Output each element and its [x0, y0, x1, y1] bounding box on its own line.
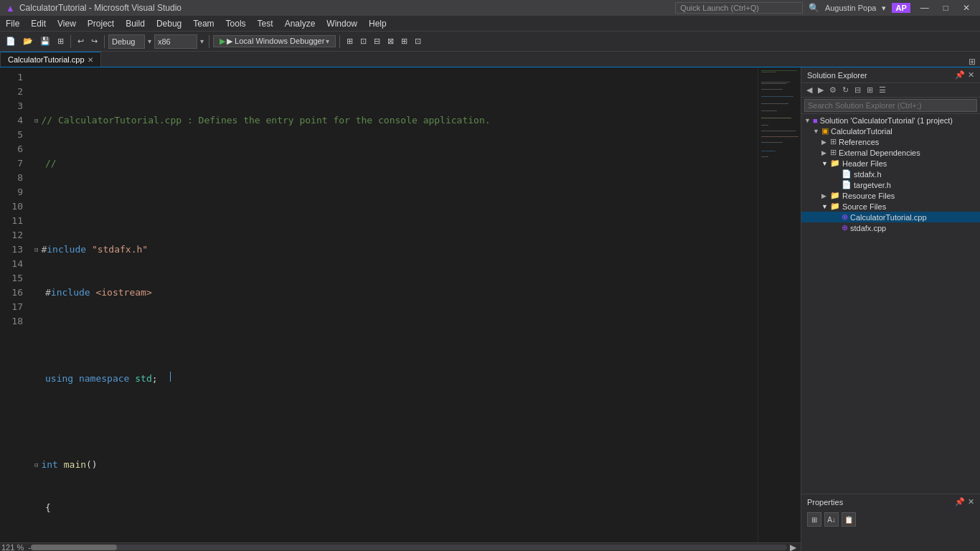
- code-editor[interactable]: ⊟// CalculatorTutorial.cpp : Defines the…: [29, 67, 758, 542]
- menu-team[interactable]: Team: [187, 17, 220, 30]
- tb-extra1[interactable]: ⊞: [344, 35, 356, 47]
- tb-new[interactable]: 📄: [3, 35, 19, 47]
- maximize-btn[interactable]: □: [939, 3, 953, 13]
- scroll-thumb[interactable]: [31, 545, 117, 550]
- svg-rect-9: [761, 118, 791, 118]
- fold-1[interactable]: ⊟: [34, 113, 38, 128]
- tree-stdafx-h[interactable]: 📄 stdafx.h: [801, 169, 980, 179]
- tb-extra3[interactable]: ⊟: [371, 35, 383, 47]
- tab-close[interactable]: ✕: [88, 56, 93, 64]
- project-label: CalculatorTutorial: [831, 127, 892, 136]
- tb-open[interactable]: 📂: [20, 35, 36, 47]
- tab-label: CalculatorTutorial.cpp: [8, 55, 85, 64]
- fold-9[interactable]: ⊟: [34, 458, 38, 472]
- tree-solution[interactable]: ▼ ■ Solution 'CalculatorTutorial' (1 pro…: [801, 116, 980, 126]
- prop-categorized[interactable]: ⊞: [807, 512, 821, 527]
- tree-calculatortutorial-cpp[interactable]: ⊕ CalculatorTutorial.cpp: [801, 212, 980, 222]
- se-tb-props[interactable]: ⚙: [827, 85, 839, 95]
- menu-window[interactable]: Window: [321, 17, 363, 30]
- code-line-4: #include "stdafx.h": [41, 242, 148, 257]
- prop-close[interactable]: ✕: [968, 497, 974, 507]
- tree-targetver-h[interactable]: 📄 targetver.h: [801, 179, 980, 190]
- svg-rect-2: [761, 72, 776, 72]
- svg-rect-8: [761, 110, 777, 111]
- tb-save[interactable]: 💾: [37, 35, 53, 47]
- svg-rect-5: [761, 89, 783, 90]
- tb-sep2: [104, 35, 105, 48]
- code-line-10: {: [45, 501, 51, 515]
- se-pin[interactable]: 📌: [955, 70, 965, 80]
- se-tb-collapse[interactable]: ⊟: [852, 85, 863, 95]
- tb-extra4[interactable]: ⊠: [385, 35, 397, 47]
- tb-redo[interactable]: ↪: [88, 35, 100, 47]
- solution-label: Solution 'CalculatorTutorial' (1 project…: [820, 116, 953, 125]
- menu-view[interactable]: View: [52, 17, 82, 30]
- tb-undo[interactable]: ↩: [75, 35, 87, 47]
- ln13: 13: [0, 242, 23, 257]
- tb-extra6[interactable]: ⊡: [412, 35, 424, 47]
- scroll-right-arrow[interactable]: ▶: [787, 542, 799, 552]
- user-dropdown[interactable]: ▾: [882, 4, 886, 13]
- tb-saveall[interactable]: ⊞: [55, 35, 67, 47]
- horizontal-scrollbar[interactable]: 121 % - ▶: [0, 542, 801, 551]
- stdafx-cpp-label: stdafx.cpp: [850, 224, 886, 232]
- prop-pin[interactable]: 📌: [955, 497, 965, 507]
- ln17: 17: [0, 300, 23, 314]
- prop-pages[interactable]: 📋: [842, 512, 856, 527]
- code-line-3: [34, 199, 752, 214]
- menu-file[interactable]: File: [0, 17, 25, 30]
- tree-source-files[interactable]: ▼ 📁 Source Files: [801, 201, 980, 212]
- run-debugger-btn[interactable]: ▶ ▶ Local Windows Debugger ▾: [213, 35, 336, 47]
- close-btn[interactable]: ✕: [958, 3, 974, 13]
- quick-launch[interactable]: Quick Launch (Ctrl+Q): [675, 2, 803, 14]
- menu-test[interactable]: Test: [252, 17, 279, 30]
- window-title: CalculatorTutorial - Microsoft Visual St…: [19, 3, 182, 13]
- code-line-6: [34, 329, 752, 343]
- tb-extra5[interactable]: ⊞: [398, 35, 410, 47]
- tree-references[interactable]: ▶ ⊞ References: [801, 136, 980, 147]
- svg-rect-14: [761, 151, 776, 151]
- minimize-btn[interactable]: —: [916, 3, 933, 13]
- se-close[interactable]: ✕: [968, 70, 974, 80]
- config-arrow: ▾: [146, 37, 153, 45]
- prop-toolbar: ⊞ A↓ 📋: [801, 509, 980, 529]
- menu-help[interactable]: Help: [363, 17, 392, 30]
- se-tb-filter[interactable]: ⊞: [864, 85, 875, 95]
- se-tb-forward[interactable]: ▶: [816, 85, 826, 95]
- menu-analyze[interactable]: Analyze: [279, 17, 321, 30]
- platform-dropdown[interactable]: x86 x64: [154, 34, 197, 49]
- se-tb-back[interactable]: ◀: [804, 85, 814, 95]
- scroll-track[interactable]: [31, 545, 787, 550]
- prop-alpha[interactable]: A↓: [824, 512, 839, 527]
- se-tb-more[interactable]: ☰: [877, 85, 888, 95]
- tree-project[interactable]: ▼ ▣ CalculatorTutorial: [801, 126, 980, 136]
- tree-ext-deps[interactable]: ▶ ⊞ External Dependencies: [801, 147, 980, 158]
- debug-config-dropdown[interactable]: Debug Release: [108, 34, 145, 49]
- tree-resource-files[interactable]: ▶ 📁 Resource Files: [801, 190, 980, 201]
- se-tb-refresh[interactable]: ↻: [840, 85, 851, 95]
- platform-arrow: ▾: [199, 37, 205, 45]
- tab-add-btn[interactable]: ⊞: [964, 57, 980, 67]
- project-arrow: ▼: [813, 128, 821, 135]
- tab-calculatortutorial[interactable]: CalculatorTutorial.cpp ✕: [0, 52, 101, 67]
- fold-4[interactable]: ⊟: [34, 242, 38, 257]
- ln16: 16: [0, 286, 23, 300]
- tree-stdafx-cpp[interactable]: ⊕ stdafx.cpp: [801, 222, 980, 233]
- tb-extra2[interactable]: ⊡: [357, 35, 369, 47]
- ext-deps-label: External Dependencies: [839, 149, 920, 157]
- menu-tools[interactable]: Tools: [220, 17, 252, 30]
- se-search-input[interactable]: [804, 99, 977, 112]
- menu-build[interactable]: Build: [120, 17, 151, 30]
- menu-project[interactable]: Project: [82, 17, 120, 30]
- svg-rect-7: [761, 103, 788, 104]
- targetver-h-label: targetver.h: [854, 181, 891, 189]
- menu-debug[interactable]: Debug: [151, 17, 187, 30]
- run-arrow: ▾: [326, 37, 329, 45]
- resource-icon: 📁: [830, 191, 840, 200]
- se-title-actions: 📌 ✕: [955, 70, 974, 80]
- svg-rect-4: [761, 83, 786, 84]
- menu-edit[interactable]: Edit: [25, 17, 52, 30]
- tb-sep4: [339, 35, 340, 48]
- tree-header-files[interactable]: ▼ 📁 Header Files: [801, 158, 980, 169]
- cpp-label: CalculatorTutorial.cpp: [850, 213, 927, 222]
